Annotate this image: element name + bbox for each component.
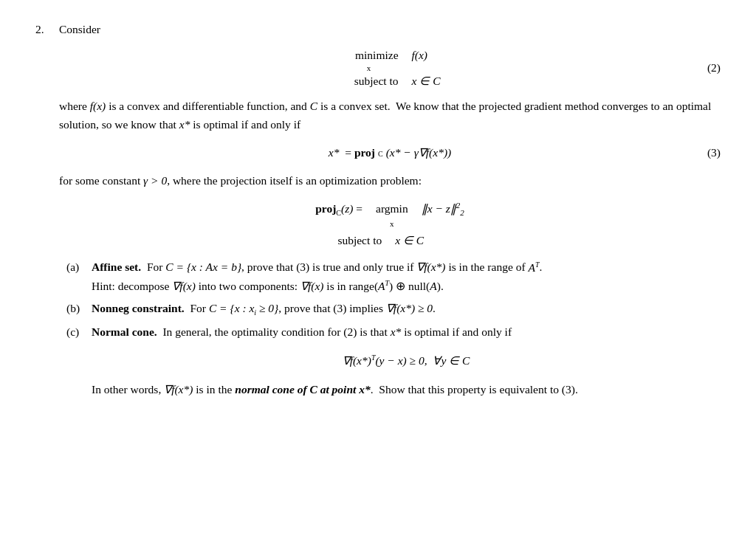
opt-row-minimize: minimize x f(x) (340, 46, 428, 72)
part-b-title: Nonneg constraint. (92, 302, 185, 314)
minimize-label: minimize (340, 46, 399, 64)
part-b-grad: ∇f(x*) ≥ 0 (386, 302, 433, 314)
equation-3-container: x* = projC(x* − γ∇f(x*)) (3) (59, 144, 721, 162)
argmin-row-2: subject to x ∈ C (315, 232, 464, 249)
xstar-text: x* (179, 118, 190, 131)
part-c-xstar: x* (391, 325, 402, 338)
hint-A: A (430, 280, 436, 292)
subject-expr: x ∈ C (412, 72, 441, 90)
opt-row-subject: subject to x ∈ C (340, 72, 441, 90)
part-c: (c) Normal cone. In general, the optimal… (66, 323, 721, 399)
hint-decomp: ∇f(x) (300, 280, 324, 292)
argmin-inner: projC(z) = argmin x ‖x − z‖22 subject to… (59, 199, 721, 249)
gamma-text: γ > 0 (143, 174, 167, 187)
minimize-label-wrapper: minimize x (340, 46, 399, 72)
eq3-content: x* = projC(x* − γ∇f(x*)) (329, 144, 451, 162)
problem-content: Consider minimize x f(x) subject to x ∈ … (59, 21, 721, 404)
minimize-expr: f(x) (412, 46, 428, 64)
optimization-problem-2: minimize x f(x) subject to x ∈ C (2) (59, 46, 721, 90)
fx-text: f(x) (90, 100, 106, 112)
normal-cone-italic: normal cone of C at point x* (235, 383, 370, 396)
argmin-table: projC(z) = argmin x ‖x − z‖22 subject to… (315, 199, 464, 249)
part-c-title: Normal cone. (92, 325, 157, 338)
projc-arg: (z) (341, 202, 353, 215)
argmin-word: argmin (376, 200, 408, 218)
eq3-equals: = proj (342, 144, 375, 162)
eq3-rhs: (x* − γ∇f(x*)) (386, 144, 452, 162)
argmin-subject-label: subject to (315, 232, 382, 249)
description-2: for some constant γ > 0, where the proje… (59, 172, 721, 190)
intro-text: Consider (59, 23, 100, 35)
proj-definition: projC(z) = argmin x ‖x − z‖22 subject to… (59, 199, 721, 249)
normal-cone-eq: ∇f(x*)T(y − x) ≥ 0, ∀y ∈ C (92, 352, 721, 370)
part-b-C: C = {x : xi ≥ 0} (209, 302, 278, 314)
subject-to-label: subject to (340, 72, 399, 90)
part-a-C: C = {x : Ax = b} (165, 261, 241, 274)
description-1: where f(x) is a convex and differentiabl… (59, 97, 721, 134)
part-c-gradfxstar: ∇f(x*) (164, 383, 193, 396)
opt-inner: minimize x f(x) subject to x ∈ C (340, 46, 441, 90)
part-a-label: (a) (66, 258, 87, 276)
part-c-label: (c) (66, 323, 87, 341)
eq-number-2: (2) (707, 59, 721, 77)
argmin-subject-expr: x ∈ C (395, 232, 424, 249)
part-a-title: Affine set. (92, 261, 141, 274)
argmin-wrapper: argmin x (376, 200, 408, 230)
eq3-lhs: x* (329, 144, 340, 162)
problem-number: 2. (35, 21, 53, 38)
part-a-grad: ∇f(x*) (416, 261, 445, 274)
part-a-body: Affine set. For C = {x : Ax = b}, prove … (92, 258, 721, 295)
problem-container: 2. Consider minimize x f(x) subject to x… (35, 21, 721, 404)
normal-cone-formula: ∇f(x*)T(y − x) ≥ 0, ∀y ∈ C (343, 352, 470, 370)
part-c-body: Normal cone. In general, the optimality … (92, 323, 721, 399)
part-a-hint: Hint: decompose ∇f(x) into two component… (92, 280, 444, 292)
part-b: (b) Nonneg constraint. For C = {x : xi ≥… (66, 300, 721, 319)
argmin-expr: ‖x − z‖22 (422, 199, 464, 219)
part-b-body: Nonneg constraint. For C = {x : xi ≥ 0},… (92, 300, 721, 319)
argmin-row-1: projC(z) = argmin x ‖x − z‖22 (315, 199, 464, 230)
part-a: (a) Affine set. For C = {x : Ax = b}, pr… (66, 258, 721, 295)
C-text: C (310, 100, 317, 112)
projc-label: projC(z) = (315, 200, 362, 219)
part-a-AT: AT (528, 261, 539, 274)
parts-list: (a) Affine set. For C = {x : Ax = b}, pr… (66, 258, 721, 399)
eq3-sub: C (378, 148, 383, 160)
eq-number-3: (3) (707, 144, 721, 162)
argmin-var: x (390, 218, 394, 230)
hint-gradfx: ∇f(x) (172, 280, 196, 292)
hint-AT: AT (378, 280, 389, 292)
minimize-var: x (367, 64, 371, 72)
part-b-label: (b) (66, 300, 87, 317)
